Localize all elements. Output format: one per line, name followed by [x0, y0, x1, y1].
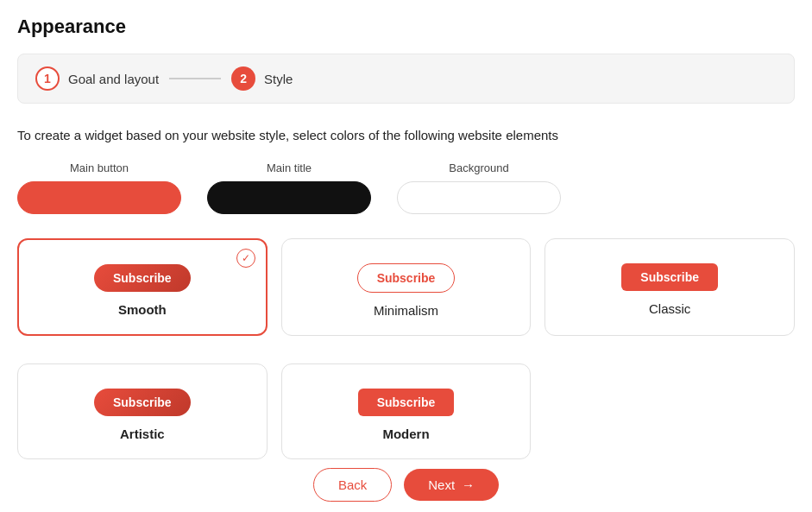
main-title-label: Main title	[267, 161, 312, 174]
step-2-circle: 2	[231, 66, 255, 91]
back-button[interactable]: Back	[313, 468, 392, 502]
step-2-label: Style	[264, 72, 293, 86]
instruction-text: To create a widget based on your website…	[17, 128, 795, 142]
style-card-modern[interactable]: Subscribe Modern	[281, 363, 532, 459]
minimalism-style-name: Minimalism	[374, 303, 438, 318]
smooth-subscribe-btn[interactable]: Subscribe	[94, 264, 191, 292]
next-arrow-icon: →	[462, 477, 475, 492]
step-1-label: Goal and layout	[68, 72, 159, 86]
artistic-subscribe-btn[interactable]: Subscribe	[94, 389, 191, 416]
page-container: Appearance 1 Goal and layout 2 Style To …	[0, 0, 812, 512]
style-card-smooth[interactable]: ✓ Subscribe Smooth	[17, 238, 268, 336]
styles-grid-row2: Subscribe Artistic Subscribe Modern	[17, 363, 795, 459]
classic-style-name: Classic	[649, 301, 690, 316]
modern-subscribe-btn[interactable]: Subscribe	[358, 389, 455, 416]
page-title: Appearance	[17, 16, 795, 38]
step-2[interactable]: 2 Style	[231, 66, 293, 91]
main-title-picker: Main title	[207, 161, 371, 214]
bottom-row: Back Next →	[17, 468, 795, 502]
color-pickers-row: Main button Main title Background	[17, 161, 795, 214]
next-label: Next	[428, 477, 455, 492]
styles-grid-row1: ✓ Subscribe Smooth Subscribe Minimalism …	[17, 238, 795, 336]
modern-style-name: Modern	[382, 427, 429, 441]
main-button-label: Main button	[70, 161, 129, 174]
style-card-artistic[interactable]: Subscribe Artistic	[17, 363, 268, 459]
main-button-swatch[interactable]	[17, 181, 181, 214]
artistic-style-name: Artistic	[120, 427, 165, 441]
minimalism-subscribe-btn[interactable]: Subscribe	[357, 263, 456, 293]
background-label: Background	[449, 161, 508, 174]
background-picker: Background	[397, 161, 561, 214]
main-title-swatch[interactable]	[207, 181, 371, 214]
step-1[interactable]: 1 Goal and layout	[35, 66, 159, 91]
smooth-style-name: Smooth	[118, 302, 167, 317]
background-swatch[interactable]	[397, 181, 561, 214]
style-card-minimalism[interactable]: Subscribe Minimalism	[281, 238, 532, 336]
next-button[interactable]: Next →	[404, 469, 499, 501]
step-1-circle: 1	[35, 66, 60, 91]
classic-subscribe-btn[interactable]: Subscribe	[621, 263, 718, 291]
step-connector	[169, 78, 221, 79]
style-card-classic[interactable]: Subscribe Classic	[544, 238, 795, 336]
check-icon-smooth: ✓	[236, 249, 255, 268]
stepper-bar: 1 Goal and layout 2 Style	[17, 54, 795, 104]
main-button-picker: Main button	[17, 161, 181, 214]
